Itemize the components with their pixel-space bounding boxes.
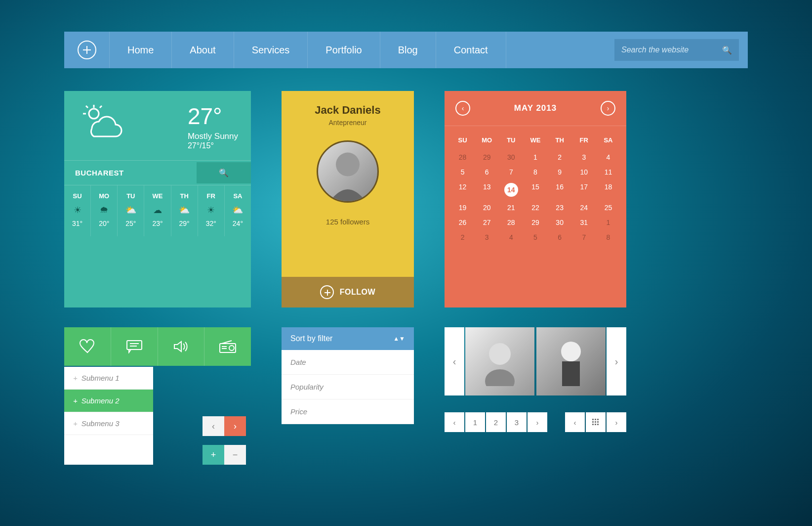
calendar-day[interactable]: 21 [499, 200, 523, 215]
submenu-item[interactable]: +Submenu 2 [64, 390, 153, 412]
prev-button[interactable]: ‹ [203, 416, 224, 436]
calendar-day[interactable]: 30 [548, 215, 572, 230]
calendar-day[interactable]: 8 [596, 230, 620, 245]
search-input[interactable] [621, 45, 722, 54]
page-number[interactable]: 3 [507, 412, 527, 432]
next-button[interactable]: › [224, 416, 246, 436]
sort-option[interactable]: Price [282, 399, 414, 424]
submenu: +Submenu 1+Submenu 2+Submenu 3 [64, 367, 153, 465]
calendar-day[interactable]: 5 [523, 230, 547, 245]
view-prev-button[interactable]: ‹ [565, 412, 585, 432]
calendar-day[interactable]: 1 [596, 215, 620, 230]
calendar-day[interactable]: 7 [572, 230, 596, 245]
carousel-next-button[interactable]: › [607, 327, 626, 395]
nav-item-portfolio[interactable]: Portfolio [308, 32, 380, 68]
calendar-day[interactable]: 25 [596, 200, 620, 215]
nav-item-about[interactable]: About [172, 32, 234, 68]
carousel-image[interactable] [536, 327, 606, 395]
calendar-day[interactable]: 9 [548, 165, 572, 179]
calendar-day[interactable]: 24 [572, 200, 596, 215]
svg-point-14 [489, 343, 511, 365]
forecast-icon: ⛅ [171, 205, 198, 216]
tab-chat[interactable] [111, 327, 158, 366]
calendar-day[interactable]: 18 [596, 179, 620, 200]
minus-button[interactable]: − [224, 445, 246, 465]
calendar-day[interactable]: 6 [475, 165, 499, 179]
sort-option[interactable]: Popularity [282, 375, 414, 399]
nav-item-services[interactable]: Services [234, 32, 308, 68]
calendar-day[interactable]: 28 [499, 215, 523, 230]
calendar-day[interactable]: 30 [499, 150, 523, 165]
calendar-day[interactable]: 19 [450, 200, 475, 215]
calendar-day[interactable]: 28 [450, 150, 475, 165]
sort-option[interactable]: Date [282, 350, 414, 375]
calendar-day[interactable]: 11 [596, 165, 620, 179]
calendar-day[interactable]: 23 [548, 200, 572, 215]
calendar-day[interactable]: 16 [548, 179, 572, 200]
calendar-day[interactable]: 12 [450, 179, 475, 200]
plus-icon: + [73, 396, 78, 405]
tab-favorites[interactable] [64, 327, 111, 366]
calendar-day[interactable]: 29 [523, 215, 547, 230]
forecast-temp: 24° [225, 219, 251, 227]
calendar-day[interactable]: 3 [475, 230, 499, 245]
follow-button[interactable]: FOLLOW [282, 277, 414, 307]
plus-button[interactable]: + [203, 445, 224, 465]
calendar-next-button[interactable]: › [601, 101, 615, 116]
calendar-prev-button[interactable]: ‹ [455, 101, 470, 116]
calendar-day[interactable]: 15 [523, 179, 547, 200]
carousel-image[interactable] [465, 327, 534, 395]
calendar-day[interactable]: 2 [450, 230, 475, 245]
tab-sound[interactable] [158, 327, 205, 366]
calendar-day[interactable]: 6 [548, 230, 572, 245]
calendar-day[interactable]: 4 [499, 230, 523, 245]
calendar-day[interactable]: 10 [572, 165, 596, 179]
svg-rect-19 [595, 419, 596, 420]
grid-view-button[interactable] [586, 412, 606, 432]
calendar-day[interactable]: 20 [475, 200, 499, 215]
weather-temp: 27° [188, 103, 238, 130]
page-prev-button[interactable]: ‹ [445, 412, 464, 432]
svg-point-5 [336, 153, 360, 176]
calendar-day[interactable]: 5 [450, 165, 475, 179]
nav-item-blog[interactable]: Blog [380, 32, 436, 68]
weather-search-button[interactable]: 🔍 [197, 162, 251, 183]
calendar-day[interactable]: 22 [523, 200, 547, 215]
calendar-day[interactable]: 27 [475, 215, 499, 230]
svg-rect-24 [592, 424, 594, 425]
calendar-day[interactable]: 14 [499, 179, 523, 200]
tab-radio[interactable] [204, 327, 251, 366]
view-next-button[interactable]: › [607, 412, 626, 432]
forecast-temp: 31° [64, 219, 90, 227]
calendar-day[interactable]: 17 [572, 179, 596, 200]
speaker-icon [172, 340, 189, 353]
svg-rect-16 [562, 361, 580, 386]
nav-item-home[interactable]: Home [110, 32, 172, 68]
calendar-day[interactable]: 13 [475, 179, 499, 200]
calendar-day[interactable]: 1 [523, 150, 547, 165]
carousel-prev-button[interactable]: ‹ [445, 327, 464, 395]
nav-item-contact[interactable]: Contact [436, 32, 506, 68]
forecast-day-label: FR [198, 192, 224, 200]
calendar-day[interactable]: 3 [572, 150, 596, 165]
page-number[interactable]: 1 [465, 412, 485, 432]
nav-add-button[interactable] [64, 32, 110, 68]
calendar-day[interactable]: 26 [450, 215, 475, 230]
pager-buttons: ‹ › [203, 416, 246, 436]
calendar-day[interactable]: 7 [499, 165, 523, 179]
nav-search: 🔍 [606, 32, 748, 68]
calendar-day[interactable]: 29 [475, 150, 499, 165]
calendar-day[interactable]: 4 [596, 150, 620, 165]
svg-rect-22 [595, 421, 596, 423]
search-icon[interactable]: 🔍 [722, 45, 732, 55]
submenu-item[interactable]: +Submenu 1 [64, 367, 153, 390]
calendar-day[interactable]: 8 [523, 165, 547, 179]
calendar-day[interactable]: 2 [548, 150, 572, 165]
page-next-button[interactable]: › [528, 412, 547, 432]
forecast-icon: 🌧 [91, 205, 117, 216]
sort-toggle[interactable]: Sort by filter ▲▼ [282, 327, 414, 350]
submenu-item[interactable]: +Submenu 3 [64, 412, 153, 435]
svg-point-0 [89, 109, 99, 119]
calendar-day[interactable]: 31 [572, 215, 596, 230]
page-number[interactable]: 2 [486, 412, 506, 432]
